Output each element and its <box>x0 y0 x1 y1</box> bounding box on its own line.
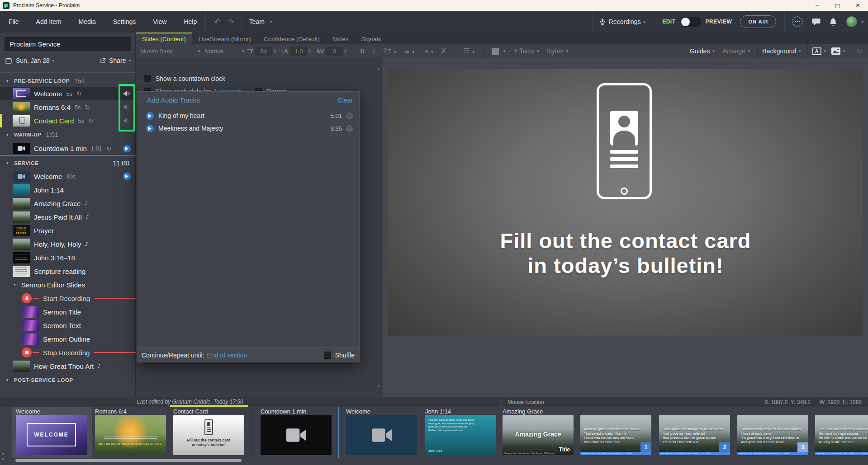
filmstrip-slide-welcome[interactable]: WELCOME <box>16 415 87 455</box>
tab-confidence-default[interactable]: Confidence (Default) <box>257 33 326 44</box>
service-item-prayer[interactable]: POWER— of —PRAYER Prayer <box>0 224 136 237</box>
filmstrip-slide-romans[interactable]: WE TOO MIGHT WALK IN NEWNESS OF LIFE. <box>95 415 166 455</box>
section-header-warm-up[interactable]: ▾ WARM-UP 1:01 <box>0 127 136 141</box>
collapse-triangle-icon[interactable]: ▾ <box>14 282 21 287</box>
close-button[interactable]: ✕ <box>848 0 868 11</box>
filmstrip-slide-ag-verse-4[interactable]: The Lord has promised good to me His wor… <box>815 415 868 455</box>
service-item-sermon-title[interactable]: Sermon Title <box>0 305 136 319</box>
collapse-triangle-icon[interactable]: ▾ <box>6 378 14 382</box>
effects-button[interactable]: Effects <box>515 47 534 55</box>
reset-icon[interactable]: ↻ <box>857 47 863 56</box>
styles-button[interactable]: Styles <box>546 47 563 55</box>
line-spacing-input[interactable]: 1.0 <box>290 47 307 56</box>
scroll-down-icon[interactable]: ▼ <box>377 384 380 388</box>
background-button[interactable]: Background <box>762 47 796 55</box>
repeat-until-link[interactable]: End of section <box>207 352 247 359</box>
line-spacing-stepper[interactable]: ▲▼ <box>308 48 311 54</box>
service-item-john-3-16-18[interactable]: John 3:16–18 <box>0 251 136 264</box>
filmstrip-scrollbar[interactable] <box>15 459 242 462</box>
section-header-pre-service-loop[interactable]: ▾ PRE-SERVICE LOOP 15s <box>0 75 136 87</box>
section-header-post-service-loop[interactable]: ▾ POST-SERVICE LOOP <box>0 373 136 387</box>
service-item-stop-recording[interactable]: Stop Recording <box>0 346 136 359</box>
remove-track-icon[interactable]: ✕ <box>346 125 353 132</box>
filmstrip-slide-ag-verse-1[interactable]: Amazing grace how sweet the sound That s… <box>580 415 651 455</box>
shuffle-checkbox[interactable] <box>324 352 331 359</box>
checkbox[interactable] <box>144 75 151 82</box>
filmstrip-slide-john-1-14[interactable]: And the Word became flesh and dwelt amon… <box>425 415 496 455</box>
filmstrip-slide-contact-card[interactable]: Fill out the contact card in today's bul… <box>173 415 244 455</box>
tab-notes[interactable]: Notes <box>326 33 355 44</box>
filmstrip-slide-ag-verse-2[interactable]: 'Twas grace that taught my heart to fear… <box>659 415 730 455</box>
insert-image-icon[interactable] <box>831 47 840 55</box>
share-button[interactable]: Share ▾ <box>100 54 131 67</box>
on-air-button[interactable]: ON AIR <box>740 15 776 28</box>
font-size-input[interactable]: 84 <box>255 47 272 56</box>
font-size-stepper[interactable]: ▲▼ <box>274 48 276 54</box>
filmstrip-slide-ag-title[interactable]: Amazing Grace Title "Amazing Grace" John… <box>503 415 574 455</box>
menu-settings[interactable]: Settings <box>104 11 145 33</box>
collapse-triangle-icon[interactable]: ▾ <box>6 161 14 165</box>
slide-canvas[interactable]: Fill out the contact card in today’s bul… <box>388 69 863 336</box>
bold-button[interactable]: B <box>360 47 365 55</box>
service-item-contact-card[interactable]: Contact Card 5s ↻ <box>0 114 136 127</box>
user-avatar[interactable] <box>846 16 858 28</box>
service-item-holy-holy-holy[interactable]: Holy, Holy, Holy ♪ <box>0 237 136 251</box>
arrange-button[interactable]: Arrange <box>723 47 745 55</box>
menu-file[interactable]: File <box>0 11 28 33</box>
menu-view[interactable]: View <box>144 11 175 33</box>
mode-toggle[interactable] <box>680 17 701 27</box>
service-item-john-1-14[interactable]: John 1:14 <box>0 183 136 197</box>
service-item-amazing-grace[interactable]: Amazing Grace ♪ <box>0 197 136 210</box>
countdown-clock-option[interactable]: Show a countdown clock <box>144 75 225 82</box>
text-color-swatch[interactable] <box>492 48 499 55</box>
letter-spacing-stepper[interactable]: ▲▼ <box>344 48 346 54</box>
service-item-welcome-service[interactable]: Welcome 30s <box>0 169 136 183</box>
scroll-up-icon[interactable]: ▲ <box>377 67 380 71</box>
audio-track-row[interactable]: Meekness and Majesty 3:35 ✕ <box>137 122 359 135</box>
play-track-button[interactable] <box>146 112 154 120</box>
filmstrip-marker-icon[interactable]: ▲ <box>1 456 5 460</box>
service-item-how-great-thou-art[interactable]: How Great Thou Art ♪ <box>0 359 136 373</box>
filmstrip-slide-countdown[interactable] <box>261 415 332 455</box>
service-item-welcome-pre[interactable]: Welcome 5s ↻ <box>0 87 136 100</box>
font-style-select[interactable]: Normal ▾ <box>204 48 244 55</box>
team-menu[interactable]: Team <box>242 11 267 33</box>
filmstrip-slide-ag-verse-3[interactable]: Through many dangers toils and snares I … <box>737 415 808 455</box>
group-sermon-editor-slides[interactable]: ▾ Sermon Editor Slides <box>0 278 136 291</box>
tab-signals[interactable]: Signals <box>355 33 387 44</box>
undo-icon[interactable]: ↶ <box>214 17 220 26</box>
maximize-button[interactable]: □ <box>827 0 848 11</box>
chat-icon[interactable] <box>812 18 821 26</box>
text-case-button[interactable]: Tт▾ <box>383 47 396 55</box>
guides-button[interactable]: Guides <box>690 47 710 55</box>
clear-tracks-link[interactable]: Clear <box>338 97 353 104</box>
collapse-triangle-icon[interactable]: ▾ <box>6 132 14 137</box>
bullet-list-button[interactable]: ≡▾ <box>404 47 414 55</box>
recordings-button[interactable]: Recordings <box>609 18 641 25</box>
filmstrip-slide-welcome-video[interactable] <box>346 415 417 455</box>
section-header-service[interactable]: ▾ SERVICE 11:00 <box>0 155 136 169</box>
play-track-button[interactable] <box>146 125 154 132</box>
font-family-select[interactable]: Museo Sans ▾ <box>140 48 200 55</box>
letter-spacing-input[interactable]: 0 <box>326 47 343 56</box>
text-align-button[interactable]: ☰▾ <box>464 47 474 55</box>
service-item-start-recording[interactable]: Start Recording <box>0 291 136 305</box>
redo-icon[interactable]: ↷ <box>228 17 234 26</box>
notifications-bell-icon[interactable] <box>830 18 837 26</box>
service-title-input[interactable]: Proclaim Service <box>5 37 131 51</box>
collapse-triangle-icon[interactable]: ▾ <box>6 79 14 83</box>
add-audio-tracks-link[interactable]: Add Audio Tracks <box>147 96 200 104</box>
audio-track-row[interactable]: King of my heart 5:01 ✕ <box>137 109 359 122</box>
menu-add-item[interactable]: Add Item <box>28 11 70 33</box>
play-button[interactable] <box>123 145 131 152</box>
menu-help[interactable]: Help <box>175 11 205 33</box>
remove-track-icon[interactable]: ✕ <box>346 113 353 119</box>
clear-formatting-button[interactable]: X̸ <box>441 47 446 55</box>
text-box-icon[interactable]: A <box>812 47 821 55</box>
menu-media[interactable]: Media <box>70 11 104 33</box>
service-item-scripture-reading[interactable]: Scripture reading <box>0 264 136 278</box>
service-date[interactable]: Sun, Jan 28 <box>16 57 50 64</box>
service-item-jesus-paid-it-all[interactable]: Jesus Paid It All ♪ <box>0 210 136 224</box>
service-item-countdown[interactable]: Countdown 1 min 1:01 ↻ <box>0 141 136 155</box>
service-item-romans[interactable]: Romans 6:4 5s ↻ <box>0 100 136 114</box>
